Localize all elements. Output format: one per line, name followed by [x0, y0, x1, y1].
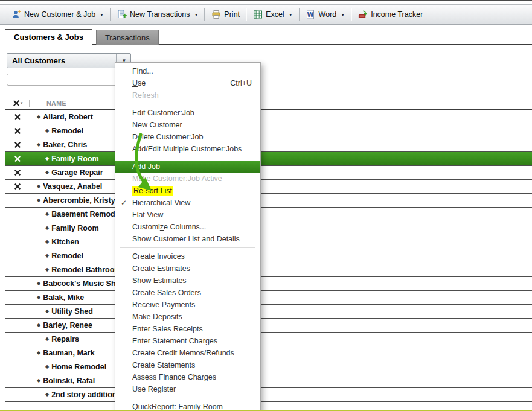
customer-row[interactable]: ◆2nd story addition — [5, 388, 532, 402]
menu-item-show-customer-list-and-details[interactable]: Show Customer List and Details — [115, 233, 260, 245]
diamond-icon: ◆ — [45, 392, 49, 397]
toolbar-button-label: Print — [224, 10, 240, 19]
menu-item-customize-columns[interactable]: Customize Columns... — [115, 221, 260, 233]
menu-item-hierarchical-view[interactable]: ✓Hierarchical View — [115, 197, 260, 209]
chevron-down-icon: ▼ — [194, 13, 198, 17]
customer-filter-dropdown[interactable]: All Customers ▼ — [7, 53, 131, 68]
toolbar-button-new-transactions[interactable]: New Transactions▼ — [111, 5, 204, 24]
menu-item-create-invoices[interactable]: Create Invoices — [115, 250, 260, 263]
menu-item-new-customer[interactable]: New Customer — [115, 119, 260, 131]
inactive-x-icon — [14, 170, 21, 176]
customer-name: Basement Remodel — [51, 210, 121, 218]
name-column-header[interactable]: NAME — [46, 100, 66, 107]
customer-row[interactable]: ◆Vasquez, Anabel — [5, 180, 532, 194]
diamond-icon: ◆ — [37, 323, 40, 328]
customer-row[interactable]: ◆Kitchen — [5, 235, 532, 249]
customer-name: 2nd story addition — [51, 390, 117, 399]
customer-name: Utility Shed — [51, 307, 93, 316]
word-icon: W — [306, 10, 316, 19]
chevron-down-icon: ▼ — [100, 13, 104, 17]
customer-row[interactable]: ◆Repairs — [5, 333, 532, 346]
customer-name: Home Remodel — [51, 363, 106, 371]
customer-row[interactable]: ◆Balak, Mike — [5, 291, 532, 305]
diamond-icon: ◆ — [45, 240, 49, 244]
customer-name: Family Room — [51, 155, 99, 163]
diamond-icon: ◆ — [37, 281, 40, 286]
customer-row[interactable]: ◆Baker, Chris — [5, 138, 532, 152]
customer-name: Barley, Renee — [43, 321, 92, 330]
inactive-x-icon — [14, 183, 21, 190]
print-icon — [211, 10, 221, 19]
menu-separator — [120, 104, 255, 104]
customer-row[interactable]: ◆Basement Remodel — [5, 208, 532, 221]
search-input[interactable] — [7, 74, 131, 86]
menu-item-show-estimates[interactable]: Show Estimates — [115, 275, 260, 287]
menu-item-create-statements[interactable]: Create Statements — [115, 359, 260, 371]
inactive-x-icon — [14, 128, 21, 134]
customer-row[interactable]: ◆Remodel — [5, 124, 532, 138]
toolbar: New Customer & Job▼New Transactions▼Prin… — [0, 4, 532, 25]
customer-row[interactable]: ◆Remodel — [5, 249, 532, 263]
menu-item-refresh: Refresh — [115, 89, 260, 101]
toolbar-button-word[interactable]: WWord▼ — [300, 5, 351, 24]
menu-item-use-register[interactable]: Use Register — [115, 383, 260, 395]
customer-row[interactable]: ◆Family Room — [5, 221, 532, 235]
toolbar-button-print[interactable]: Print — [205, 5, 246, 24]
menu-item-create-estimates[interactable]: Create Estimates — [115, 263, 260, 275]
customer-row[interactable]: ◆Abercrombie, Kristy — [5, 194, 532, 208]
diamond-icon: ◆ — [45, 129, 49, 133]
customer-row[interactable]: ◆Allard, Robert — [5, 110, 532, 124]
diamond-icon: ◆ — [37, 198, 40, 203]
menu-item-edit-customer-job[interactable]: Edit Customer:Job — [115, 107, 260, 119]
context-menu: Find...UseCtrl+URefreshEdit Customer:Job… — [115, 62, 261, 411]
menu-item-make-customer-job-active: Make Customer:Job Active — [115, 173, 260, 185]
customer-name: Vasquez, Anabel — [43, 182, 102, 191]
menu-item-enter-sales-receipts[interactable]: Enter Sales Receipts — [115, 323, 260, 335]
highlighted-label: Re-sort List — [132, 186, 173, 196]
toolbar-button-income-tracker[interactable]: Income Tracker — [351, 5, 429, 24]
toolbar-button-label: Excel — [266, 10, 284, 19]
customer-name: Family Room — [51, 224, 99, 232]
diamond-icon: ◆ — [45, 267, 49, 272]
toolbar-button-new-customer-job[interactable]: New Customer & Job▼ — [5, 5, 110, 24]
menu-item-create-credit-memos-refunds[interactable]: Create Credit Memos/Refunds — [115, 347, 260, 359]
customer-row[interactable]: ◆Garage Repair — [5, 166, 532, 180]
menu-item-add-job[interactable]: Add Job — [115, 161, 260, 173]
menu-item-find[interactable]: Find... — [115, 65, 260, 77]
customer-row[interactable]: ◆Barley, Renee — [5, 319, 532, 333]
customer-name: Kitchen — [51, 238, 79, 246]
customer-name: Repairs — [51, 335, 79, 343]
customer-row[interactable]: ◆Babcock's Music Shop — [5, 277, 532, 291]
toolbar-button-label: Word — [319, 10, 337, 19]
menu-item-re-sort-list[interactable]: Re-sort List — [115, 185, 260, 197]
menu-item-add-edit-multiple-customer-jobs[interactable]: Add/Edit Multiple Customer:Jobs — [115, 143, 260, 155]
menu-item-make-deposits[interactable]: Make Deposits — [115, 311, 260, 323]
menu-item-assess-finance-charges[interactable]: Assess Finance Charges — [115, 371, 260, 383]
toolbar-button-label: New Customer & Job — [24, 10, 95, 19]
customer-name: Bauman, Mark — [43, 349, 94, 357]
income-tracker-icon — [357, 10, 368, 19]
menu-item-receive-payments[interactable]: Receive Payments — [115, 299, 260, 311]
customer-row[interactable]: ◆Remodel Bathroom — [5, 263, 532, 277]
customer-list: ◆Allard, Robert◆Remodel◆Baker, Chris◆Fam… — [5, 110, 532, 402]
inactive-column-header-icon[interactable] — [13, 100, 19, 106]
tab-transactions[interactable]: Transactions — [96, 30, 159, 45]
customer-row[interactable]: ◆Home Remodel — [5, 360, 532, 374]
customer-row[interactable]: ◆Utility Shed — [5, 305, 532, 319]
diamond-icon: ◆ — [37, 142, 40, 147]
menu-item-create-sales-orders[interactable]: Create Sales Orders — [115, 287, 260, 299]
menu-item-use[interactable]: UseCtrl+U — [115, 77, 260, 89]
tab-customers-jobs[interactable]: Customers & Jobs — [5, 29, 92, 45]
menu-separator — [120, 158, 255, 158]
column-divider — [29, 100, 30, 107]
menu-item-delete-customer-job[interactable]: Delete Customer:Job — [115, 131, 260, 143]
customer-row[interactable]: ◆Bauman, Mark — [5, 346, 532, 360]
customer-row[interactable]: ◆Family Room — [5, 152, 532, 166]
diamond-icon: ◆ — [37, 295, 40, 300]
excel-icon — [252, 10, 263, 19]
inactive-x-icon — [14, 142, 21, 148]
menu-item-flat-view[interactable]: Flat View — [115, 209, 260, 221]
toolbar-button-excel[interactable]: Excel▼ — [246, 5, 299, 24]
menu-item-enter-statement-charges[interactable]: Enter Statement Charges — [115, 335, 260, 347]
customer-row[interactable]: ◆Bolinski, Rafal — [5, 374, 532, 388]
